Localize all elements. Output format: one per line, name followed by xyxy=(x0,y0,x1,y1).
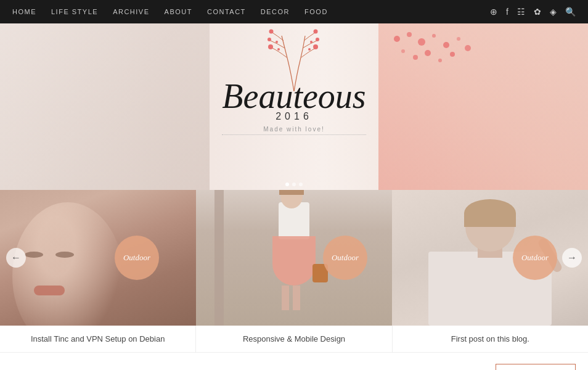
card-3-badge: Outdoor xyxy=(513,236,557,280)
card-1: Outdoor xyxy=(0,190,196,326)
svg-point-12 xyxy=(418,38,425,46)
card-2: Outdoor xyxy=(196,190,392,326)
about-section: About Me xyxy=(496,364,576,370)
svg-point-16 xyxy=(413,55,418,60)
nav-about[interactable]: ABOUT xyxy=(165,8,192,15)
hero-banner: Beauteous 2016 Made with love! xyxy=(0,23,588,190)
svg-point-9 xyxy=(310,41,312,43)
svg-point-8 xyxy=(308,48,311,51)
search-icon[interactable]: 🔍 xyxy=(565,7,576,17)
slider-dot-3[interactable] xyxy=(299,183,303,186)
slider-dot-2[interactable] xyxy=(292,183,296,186)
svg-point-6 xyxy=(277,48,280,51)
hero-center: Beauteous 2016 Made with love! xyxy=(222,79,365,135)
nav-social-icons: ⊕ f ☷ ✿ ◈ 🔍 xyxy=(490,7,576,17)
svg-point-21 xyxy=(465,45,471,51)
facebook-icon[interactable]: f xyxy=(506,7,508,17)
nav-links: HOME LIFE STYLE ARCHIVE ABOUT CONTACT DE… xyxy=(12,8,328,15)
hero-confetti xyxy=(385,30,477,91)
feed-icon[interactable]: ☷ xyxy=(517,7,525,17)
svg-point-17 xyxy=(425,50,431,56)
nav-food[interactable]: FOOD xyxy=(304,8,328,15)
svg-point-18 xyxy=(438,59,442,62)
hero-bg-left xyxy=(0,23,210,190)
about-me-button[interactable]: About Me xyxy=(496,364,576,370)
svg-point-3 xyxy=(313,44,318,49)
card-2-badge: Outdoor xyxy=(323,236,367,280)
cards-section: ← Outdoor xyxy=(0,190,588,326)
svg-point-1 xyxy=(267,38,271,41)
nav-home[interactable]: HOME xyxy=(12,8,36,15)
card-1-badge: Outdoor xyxy=(115,236,159,280)
svg-point-20 xyxy=(457,37,460,41)
nav-archive[interactable]: ARCHIVE xyxy=(113,8,149,15)
svg-point-19 xyxy=(450,52,455,57)
footer-area: food About Me xyxy=(0,353,588,370)
svg-point-15 xyxy=(401,49,405,53)
svg-point-14 xyxy=(443,42,449,48)
hero-logo: Beauteous xyxy=(222,79,365,113)
svg-point-10 xyxy=(394,36,400,42)
main-nav: HOME LIFE STYLE ARCHIVE ABOUT CONTACT DE… xyxy=(0,0,588,23)
svg-point-4 xyxy=(316,38,319,41)
card-1-title: Install Tinc and VPN Setup on Debian xyxy=(0,326,196,352)
prev-slide-button[interactable]: ← xyxy=(6,248,26,268)
food-label: food xyxy=(51,368,83,371)
svg-point-2 xyxy=(269,30,274,34)
card-3: Outdoor xyxy=(392,190,588,326)
card-titles-row: Install Tinc and VPN Setup on Debian Res… xyxy=(0,326,588,353)
slider-dot-1[interactable] xyxy=(285,183,289,186)
food-section: food xyxy=(12,368,496,371)
instagram-icon[interactable]: ⊕ xyxy=(490,7,497,17)
skype-icon[interactable]: ◈ xyxy=(550,7,557,17)
svg-point-11 xyxy=(407,32,412,37)
pinterest-icon[interactable]: ✿ xyxy=(534,7,541,17)
nav-decor[interactable]: DECOR xyxy=(261,8,290,15)
card-1-image xyxy=(0,190,196,326)
hero-subtitle: Made with love! xyxy=(222,126,365,135)
svg-point-5 xyxy=(314,30,318,34)
svg-point-0 xyxy=(268,44,273,49)
nav-lifestyle[interactable]: LIFE STYLE xyxy=(51,8,98,15)
svg-point-7 xyxy=(276,41,278,43)
next-slide-button[interactable]: → xyxy=(562,248,582,268)
card-2-title: Responsive & Mobile Design xyxy=(196,326,392,352)
svg-point-13 xyxy=(432,34,436,38)
nav-contact[interactable]: CONTACT xyxy=(207,8,246,15)
card-3-title: First post on this blog. xyxy=(393,326,588,352)
slider-indicators xyxy=(285,183,303,186)
